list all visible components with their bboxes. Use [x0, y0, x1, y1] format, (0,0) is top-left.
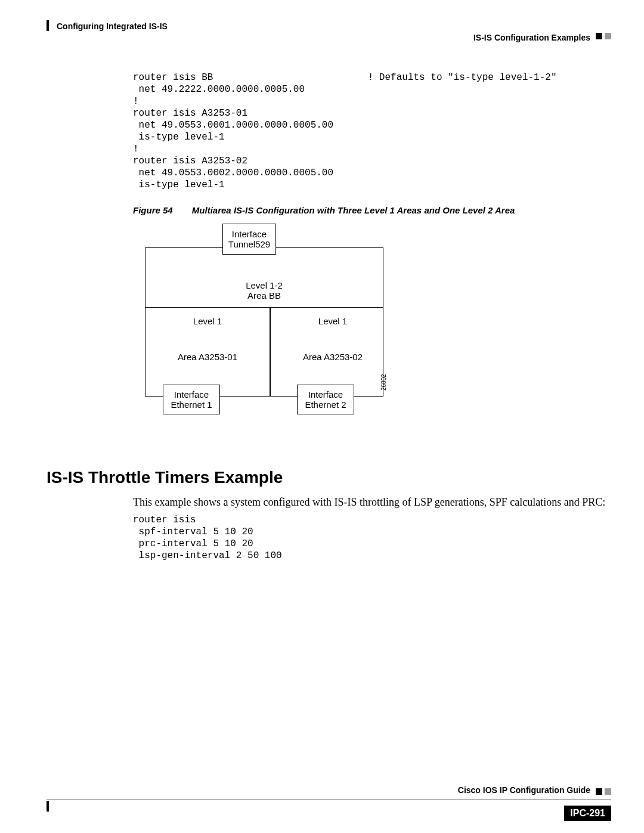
footer-marker-light [605, 788, 611, 795]
figure-number: Figure 54 [133, 205, 173, 215]
code-block-2: router isis spf-interval 5 10 20 prc-int… [133, 514, 611, 562]
figure-caption: Figure 54 Multiarea IS-IS Configuration … [133, 205, 611, 215]
areabb-text: Area BB [247, 290, 281, 301]
footer-rule [47, 800, 611, 800]
level1-right-label: Level 1 [282, 316, 383, 326]
header-marker-dark [596, 33, 602, 39]
figure-diagram: Interface Tunnel529 Interface Ethernet 1… [133, 224, 389, 420]
interface-tunnel-label: Interface Tunnel529 [228, 229, 270, 249]
level12-text: Level 1-2 [246, 280, 283, 290]
footer-left-bar [47, 801, 49, 812]
area2-label: Area A3253-02 [282, 352, 383, 362]
section-heading: IS-IS Throttle Timers Example [47, 468, 611, 487]
interface-eth1-label: Interface Ethernet 1 [171, 389, 212, 410]
section-paragraph: This example shows a system configured w… [133, 496, 611, 509]
header-chapter-title: Configuring Integrated IS-IS [57, 21, 168, 31]
code-block-1: router isis BB ! Defaults to "is-type le… [133, 72, 611, 191]
level1-left-label: Level 1 [157, 316, 258, 326]
footer-guide-title: Cisco IOS IP Configuration Guide [458, 785, 590, 795]
header-left-bar [47, 20, 49, 31]
figure-id-number: 26802 [380, 374, 387, 391]
interface-tunnel-box: Interface Tunnel529 [222, 224, 276, 255]
level12-label: Level 1-2 Area BB [133, 280, 395, 301]
area1-label: Area A3253-01 [157, 352, 258, 362]
footer-marker-dark [596, 788, 602, 795]
figure-caption-text: Multiarea IS-IS Configuration with Three… [192, 205, 515, 215]
page-number: IPC-291 [564, 806, 611, 821]
interface-eth2-box: Interface Ethernet 2 [297, 385, 354, 414]
header-section-title: IS-IS Configuration Examples [473, 33, 590, 42]
interface-eth2-label: Interface Ethernet 2 [305, 389, 346, 410]
header-marker-light [605, 33, 611, 39]
interface-eth1-box: Interface Ethernet 1 [163, 385, 220, 414]
